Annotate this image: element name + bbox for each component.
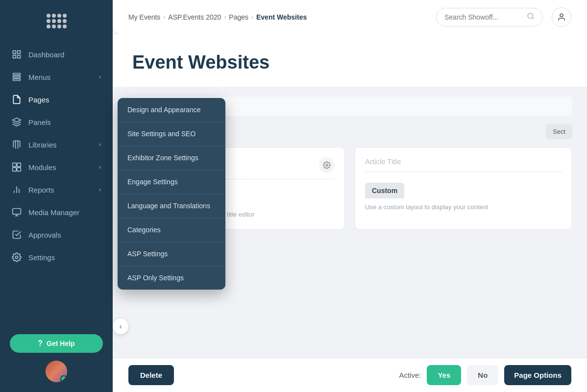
chevron-right-icon: › <box>99 164 101 171</box>
sidebar-item-modules[interactable]: Modules › <box>0 156 113 178</box>
svg-point-20 <box>560 14 563 17</box>
svg-rect-9 <box>13 168 17 172</box>
section-button[interactable]: Sect <box>546 124 572 139</box>
sidebar-item-libraries[interactable]: Libraries › <box>0 133 113 156</box>
topbar: My Events › ASP.Events 2020 › Pages › Ev… <box>113 0 587 34</box>
sidebar-item-label: Reports <box>28 186 54 194</box>
reports-icon <box>12 185 22 195</box>
search-input[interactable] <box>444 13 523 21</box>
card-type-label: Custom <box>365 183 404 198</box>
breadcrumb: My Events › ASP.Events 2020 › Pages › Ev… <box>128 13 432 21</box>
panels-icon <box>12 117 22 127</box>
sidebar-item-approvals[interactable]: Approvals <box>0 223 113 246</box>
svg-rect-6 <box>13 79 21 80</box>
chevron-left-icon: ‹ <box>120 322 122 330</box>
bottom-bar: Delete Active: Yes No Page Options <box>113 358 587 392</box>
nav-items: Dashboard Menus › Pages Panels Libraries… <box>0 38 113 326</box>
card-description: Use a custom layout to display your cont… <box>365 202 562 212</box>
page-options-button[interactable]: Page Options <box>504 365 571 385</box>
svg-rect-4 <box>13 74 21 75</box>
chevron-right-icon: › <box>99 74 101 80</box>
svg-rect-10 <box>17 168 21 172</box>
chevron-right-icon: › <box>99 186 101 193</box>
breadcrumb-arrow: › <box>163 14 165 21</box>
dropdown-item-exhibitor-zone[interactable]: Exhibitor Zone Settings <box>118 146 225 170</box>
menus-icon <box>12 72 22 82</box>
avatar-badge <box>60 375 67 382</box>
settings-icon <box>12 252 22 262</box>
sidebar-item-media-manager[interactable]: Media Manager <box>0 201 113 223</box>
active-label: Active: <box>399 371 421 379</box>
svg-line-19 <box>532 18 534 19</box>
approvals-icon <box>12 230 22 240</box>
sidebar-item-label: Settings <box>28 253 55 262</box>
sidebar-item-label: Dashboard <box>28 50 64 59</box>
dropdown-item-engage-settings[interactable]: Engage Settings <box>118 170 225 194</box>
search-box <box>436 8 543 26</box>
libraries-icon <box>12 140 22 149</box>
svg-rect-5 <box>13 76 21 77</box>
dropdown-item-categories[interactable]: Categories <box>118 218 225 242</box>
dropdown-item-site-settings[interactable]: Site Settings and SEO <box>118 122 225 146</box>
article-title-text: Article Title <box>365 157 401 166</box>
sidebar-item-reports[interactable]: Reports › <box>0 178 113 201</box>
breadcrumb-pages[interactable]: Pages <box>229 13 248 21</box>
chevron-right-icon: › <box>99 141 101 148</box>
sidebar-item-pages[interactable]: Pages <box>0 88 113 111</box>
modules-icon <box>12 162 22 172</box>
gear-icon <box>323 161 331 169</box>
dropdown-item-language-translations[interactable]: Language and Translations <box>118 194 225 218</box>
sidebar-item-panels[interactable]: Panels <box>0 111 113 133</box>
dropdown-item-design-appearance[interactable]: Design and Appearance <box>118 98 225 122</box>
no-button[interactable]: No <box>467 365 498 385</box>
breadcrumb-arrow: › <box>251 14 253 21</box>
dashboard-icon <box>12 49 22 59</box>
breadcrumb-arrow: › <box>224 14 226 21</box>
logo-dots <box>47 14 67 28</box>
sidebar-item-label: Pages <box>28 96 49 104</box>
user-icon-button[interactable] <box>552 7 571 27</box>
svg-rect-14 <box>13 209 21 215</box>
delete-button[interactable]: Delete <box>128 365 174 385</box>
sidebar-item-settings[interactable]: Settings <box>0 246 113 269</box>
svg-rect-2 <box>13 55 16 58</box>
svg-point-17 <box>16 256 18 259</box>
pages-icon <box>12 95 22 104</box>
svg-point-18 <box>528 13 533 19</box>
gear-button[interactable] <box>319 157 335 173</box>
collapse-sidebar-button[interactable]: ‹ <box>113 318 128 334</box>
logo <box>0 0 113 38</box>
dropdown-item-asp-only-settings[interactable]: ASP Only Settings <box>118 266 225 290</box>
product-card-custom: Article Title Custom Use a custom layout… <box>355 147 572 230</box>
breadcrumb-asp-events[interactable]: ASP.Events 2020 <box>168 13 221 21</box>
user-icon <box>557 13 566 22</box>
svg-rect-3 <box>18 55 21 58</box>
sidebar-item-dashboard[interactable]: Dashboard <box>0 43 113 66</box>
avatar[interactable] <box>46 361 67 382</box>
svg-rect-1 <box>18 51 21 54</box>
breadcrumb-event-websites[interactable]: Event Websites <box>256 13 307 21</box>
svg-point-21 <box>326 164 328 166</box>
svg-rect-8 <box>17 163 21 167</box>
svg-rect-7 <box>13 163 17 167</box>
sidebar-item-label: Panels <box>28 118 51 126</box>
sidebar: Dashboard Menus › Pages Panels Libraries… <box>0 0 113 392</box>
sidebar-item-label: Menus <box>28 73 50 81</box>
page-title: Event Websites <box>132 52 567 73</box>
help-circle-icon: ? <box>38 339 43 348</box>
sidebar-item-label: Libraries <box>28 141 57 149</box>
yes-button[interactable]: Yes <box>427 365 461 385</box>
dropdown-item-asp-settings[interactable]: ASP Settings <box>118 242 225 266</box>
breadcrumb-my-events[interactable]: My Events <box>128 13 160 21</box>
media-icon <box>12 207 22 217</box>
sidebar-item-label: Modules <box>28 163 56 172</box>
dropdown-menu: Design and Appearance Site Settings and … <box>118 98 225 290</box>
sidebar-item-menus[interactable]: Menus › <box>0 66 113 88</box>
article-title-row: Article Title <box>365 157 562 166</box>
sidebar-item-label: Media Manager <box>28 208 79 217</box>
svg-rect-0 <box>13 51 16 54</box>
search-icon <box>527 12 535 22</box>
sidebar-item-label: Approvals <box>28 231 61 239</box>
get-help-button[interactable]: ? Get Help <box>10 334 103 353</box>
